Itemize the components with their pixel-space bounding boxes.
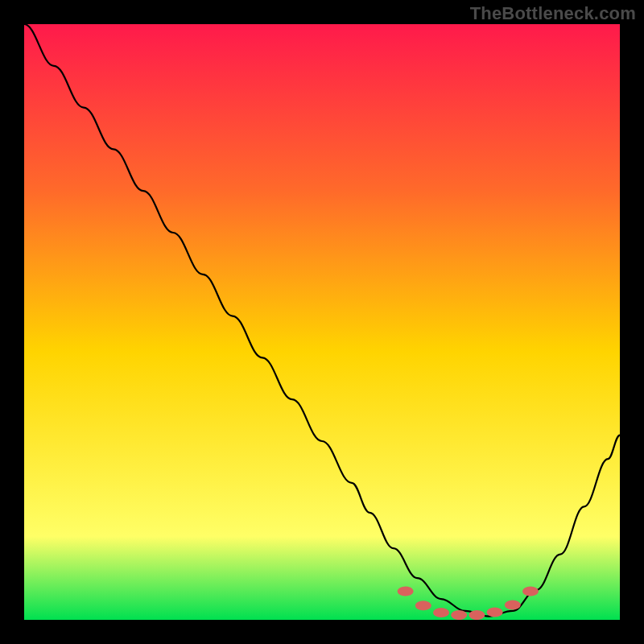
plot-area <box>24 24 620 620</box>
marker-dot <box>415 601 431 610</box>
chart-svg <box>24 24 620 620</box>
chart-root: TheBottleneck.com <box>0 0 644 644</box>
marker-dot <box>522 587 539 597</box>
marker-dot <box>451 610 467 620</box>
marker-dot <box>469 610 485 620</box>
watermark-text: TheBottleneck.com <box>470 3 636 24</box>
marker-dot <box>487 607 503 617</box>
marker-dot <box>433 608 449 617</box>
marker-dot <box>505 601 521 610</box>
marker-dot <box>398 587 414 597</box>
gradient-background <box>24 24 620 620</box>
